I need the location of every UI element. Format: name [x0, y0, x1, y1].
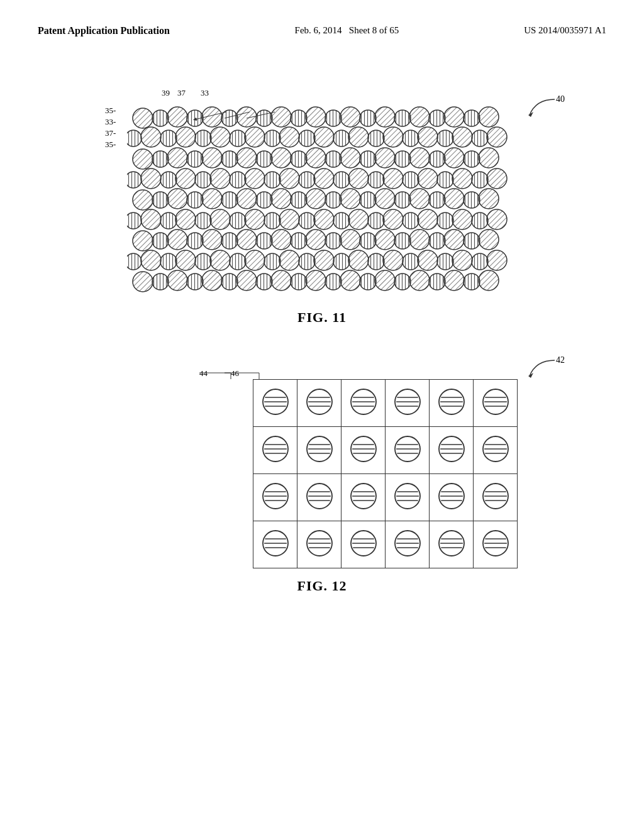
svg-point-110: [464, 192, 480, 208]
header-center: Feb. 6, 2014 Sheet 8 of 65: [295, 25, 399, 36]
svg-point-128: [402, 213, 419, 229]
bead-symbol: [436, 480, 467, 512]
grid-cell: [341, 521, 386, 568]
label-33a: 33‑: [105, 117, 116, 127]
svg-point-54: [236, 148, 257, 168]
svg-point-51: [187, 151, 203, 167]
svg-point-147: [360, 233, 376, 249]
svg-point-94: [187, 192, 203, 208]
svg-point-74: [210, 169, 230, 189]
svg-point-96: [221, 192, 238, 208]
svg-point-27: [141, 127, 161, 147]
svg-point-43: [418, 127, 438, 147]
svg-point-141: [256, 233, 272, 249]
grid-cell: [430, 380, 474, 427]
svg-point-131: [452, 209, 472, 230]
svg-point-142: [271, 230, 291, 250]
bead-symbol: [436, 386, 467, 418]
svg-point-126: [368, 213, 384, 229]
publication-date: Feb. 6, 2014: [295, 25, 342, 35]
svg-point-45: [452, 127, 472, 147]
svg-point-31: [210, 127, 230, 147]
svg-point-75: [230, 172, 246, 188]
svg-point-66: [444, 148, 464, 168]
svg-point-71: [160, 172, 177, 188]
bead-symbol: [392, 386, 423, 418]
bead-symbol: [436, 528, 467, 559]
svg-point-5: [133, 108, 153, 128]
bead-symbol: [436, 433, 467, 465]
main-content: 40 35‑ 33‑ 37‑ 35‑ 39 37 33: [0, 36, 644, 594]
svg-point-87: [437, 172, 453, 188]
svg-point-153: [464, 233, 480, 249]
table-row: [253, 521, 518, 568]
svg-point-68: [479, 148, 499, 168]
bead-symbol: [480, 386, 511, 418]
grid-cell: [341, 427, 386, 474]
fig12-top-labels: 44 46: [209, 357, 574, 379]
grid-cell: [253, 427, 297, 474]
svg-point-28: [160, 130, 177, 147]
grid-cell: [474, 380, 518, 427]
svg-point-114: [160, 213, 177, 229]
label-35a: 35‑: [105, 106, 116, 116]
svg-point-195: [444, 270, 464, 290]
reference-arrow-40: 40: [517, 93, 567, 127]
svg-point-108: [429, 192, 445, 208]
fig12-grid-wrapper: 44 46: [209, 357, 574, 568]
bead-row-2: [133, 148, 499, 169]
svg-point-165: [299, 253, 315, 270]
grid-cell: [297, 521, 341, 568]
svg-point-127: [383, 209, 403, 230]
svg-point-138: [202, 230, 222, 250]
svg-point-24: [464, 110, 480, 126]
svg-point-149: [394, 233, 411, 249]
svg-point-95: [202, 189, 222, 209]
bead-symbol: [480, 433, 511, 465]
bead-row-5: [127, 209, 507, 230]
svg-point-194: [429, 274, 445, 290]
svg-point-52: [202, 148, 222, 168]
svg-point-145: [325, 233, 341, 249]
bead-row-4: [133, 189, 499, 210]
svg-point-76: [245, 169, 265, 189]
grid-cell: [474, 521, 518, 568]
svg-point-178: [152, 274, 169, 290]
svg-point-49: [152, 151, 169, 167]
svg-point-151: [429, 233, 445, 249]
svg-point-63: [394, 151, 411, 167]
svg-point-158: [175, 250, 196, 270]
svg-point-189: [340, 270, 360, 290]
bead-symbol: [260, 433, 291, 465]
bead-symbol: [304, 433, 335, 465]
patent-number: US 2014/0035971 A1: [524, 25, 606, 36]
svg-point-93: [167, 189, 187, 209]
svg-point-86: [418, 169, 438, 189]
grid-cell: [297, 474, 341, 521]
fig11-pattern: [127, 106, 574, 303]
svg-text:40: 40: [556, 94, 565, 104]
svg-point-29: [175, 127, 196, 147]
bead-symbol: [304, 480, 335, 512]
svg-point-121: [279, 209, 299, 230]
bead-symbol: [348, 433, 379, 465]
svg-point-109: [444, 189, 464, 209]
fig11-svg: [127, 106, 517, 301]
svg-point-23: [444, 107, 464, 127]
svg-point-35: [279, 127, 299, 147]
svg-point-172: [418, 250, 438, 270]
grid-cell: [297, 380, 341, 427]
svg-point-196: [464, 274, 480, 290]
bead-symbol: [392, 480, 423, 512]
bead-symbol: [304, 528, 335, 559]
svg-point-123: [314, 209, 334, 230]
grid-cell: [430, 474, 474, 521]
svg-point-136: [167, 230, 187, 250]
svg-point-157: [160, 253, 177, 270]
grid-cell: [474, 474, 518, 521]
label-37b: 37: [177, 88, 186, 97]
grid-cell: [386, 380, 430, 427]
grid-cell: [253, 380, 297, 427]
svg-point-81: [333, 172, 350, 188]
bead-row-7: [127, 250, 507, 270]
